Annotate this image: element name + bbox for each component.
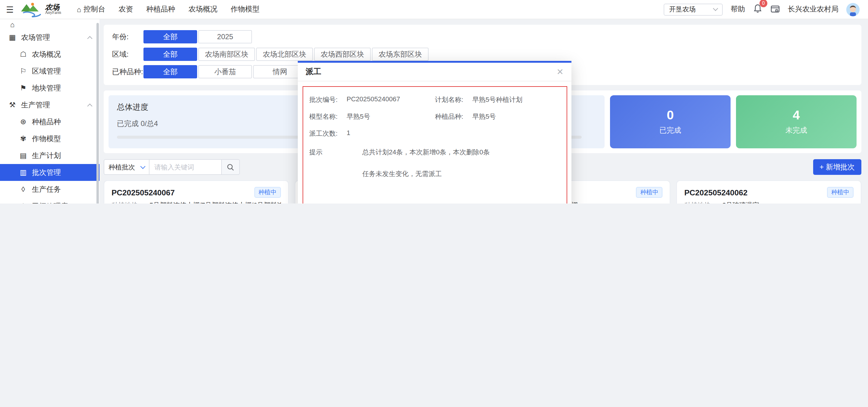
- batch-card-row: 种植地块5号塑料连栋大棚/7号塑料连栋大棚/6号塑料连栋大棚: [112, 201, 281, 204]
- topnav-label: 控制台: [84, 4, 105, 14]
- sidebar-item-clipped-top[interactable]: ⌂: [0, 19, 99, 29]
- plot-management-icon: ⚑: [19, 84, 28, 92]
- sidebar-item-生产任务[interactable]: ◊生产任务: [0, 181, 99, 198]
- crop-model-icon: ✾: [19, 134, 28, 143]
- filter-row-2: 区域:全部农场南部区块农场北部区块农场西部区块农场东部区块: [112, 48, 853, 61]
- planting-variety-icon: ⊛: [19, 118, 28, 126]
- search-category-dropdown[interactable]: 种植批次: [104, 159, 150, 175]
- chevron-up-icon: [87, 36, 93, 41]
- topnav-item-1[interactable]: ⌂控制台: [77, 4, 105, 14]
- notification-bell[interactable]: 0: [753, 3, 763, 15]
- filter-option-农场北部区块[interactable]: 农场北部区块: [256, 48, 313, 61]
- search-button[interactable]: [222, 159, 240, 175]
- sidebar-item-label: 生产任务: [32, 184, 61, 194]
- stat-uncompleted-value: 4: [793, 108, 800, 121]
- logo-en-text: AnyFarm: [45, 11, 61, 15]
- notification-badge: 0: [760, 0, 767, 7]
- sidebar-item-生产计划[interactable]: ▤生产计划: [0, 147, 99, 164]
- hamburger-menu-icon[interactable]: ☰: [6, 4, 13, 14]
- username-text: 长兴农业农村局: [788, 4, 838, 14]
- filter-option-农场东部区块[interactable]: 农场东部区块: [372, 48, 429, 61]
- tip-line-2: 任务未发生变化，无需派工: [362, 169, 490, 179]
- status-badge: 种植中: [254, 187, 281, 198]
- batch-card-header: PC202505240067种植中: [112, 187, 281, 198]
- search-icon: [227, 163, 235, 171]
- region-management-icon: ⚐: [19, 67, 28, 75]
- logo-mountains-icon: [20, 1, 44, 17]
- modal-field-1: 批次编号:PC202505240067: [309, 95, 435, 104]
- filter-option-全部[interactable]: 全部: [144, 30, 197, 43]
- close-icon[interactable]: ✕: [557, 67, 564, 76]
- chevron-up-icon: [87, 103, 93, 108]
- modal-field-2: 计划名称:早熟5号种植计划: [435, 95, 561, 104]
- filter-option-农场西部区块[interactable]: 农场西部区块: [314, 48, 371, 61]
- modal-field-4: 种植品种:早熟5号: [435, 112, 561, 121]
- modal-field-value: 1: [347, 129, 350, 138]
- sidebar-item-label: 批次管理: [32, 167, 61, 178]
- production-task-icon: ◊: [19, 185, 28, 193]
- app-root: ☰ 农场 AnyFarm ⌂控制台农资种植品种农场概况作物模型 开垦农场 帮助: [0, 0, 868, 204]
- batch-row-label: 种植地块: [112, 201, 150, 204]
- workbench-settings-icon[interactable]: [770, 5, 780, 14]
- filter-row-label: 年份:: [112, 32, 144, 42]
- topnav-item-3[interactable]: 种植品种: [146, 4, 175, 14]
- sidebar-item-label: 农场管理: [21, 32, 50, 42]
- topnav-label: 农资: [119, 4, 133, 14]
- dispatch-info-box: 批次编号:PC202505240067计划名称:早熟5号种植计划模型名称:早熟5…: [303, 86, 567, 204]
- batch-management-icon: ▥: [19, 168, 28, 177]
- filter-option-2025[interactable]: 2025: [198, 30, 252, 43]
- sidebar-item-田间管理库[interactable]: ⚙田间管理库: [0, 198, 99, 204]
- topnav-label: 农场概况: [188, 4, 217, 14]
- farm-select-dropdown[interactable]: 开垦农场: [664, 3, 723, 15]
- tip-line-1: 总共计划24条，本次新增0条，本次删除0条: [362, 148, 490, 157]
- user-avatar[interactable]: [846, 3, 860, 16]
- sidebar-item-生产管理[interactable]: ⚒生产管理: [0, 96, 99, 113]
- sidebar-item-农场管理[interactable]: ▦农场管理: [0, 29, 99, 46]
- topnav-item-5[interactable]: 作物模型: [230, 4, 259, 14]
- batch-card-PC202505240062: PC202505240062种植中种植地块2号玻璃温室种植时间2025-02-0…: [677, 180, 862, 204]
- sidebar-scrollbar-thumb[interactable]: [96, 23, 99, 204]
- topbar: ☰ 农场 AnyFarm ⌂控制台农资种植品种农场概况作物模型 开垦农场 帮助: [0, 0, 868, 19]
- home-icon: ⌂: [77, 5, 82, 13]
- modal-header: 派工 ✕: [298, 63, 571, 82]
- filter-option-全部[interactable]: 全部: [144, 65, 197, 79]
- filter-options: 全部2025: [144, 30, 252, 43]
- filter-row-label: 已种品种:: [112, 67, 144, 77]
- production-plan-icon: ▤: [19, 151, 28, 160]
- search-input[interactable]: [150, 159, 222, 175]
- stat-uncompleted-label: 未完成: [785, 125, 807, 135]
- help-link[interactable]: 帮助: [731, 4, 745, 14]
- sidebar-item-种植品种[interactable]: ⊛种植品种: [0, 113, 99, 130]
- stat-completed-value: 0: [667, 108, 674, 121]
- stat-card-uncompleted: 4 未完成: [736, 95, 857, 148]
- topnav-item-2[interactable]: 农资: [119, 4, 133, 14]
- chevron-down-icon: [141, 164, 146, 169]
- status-badge: 种植中: [827, 187, 854, 198]
- topnav-label: 种植品种: [146, 4, 175, 14]
- modal-field-label: 派工次数:: [309, 129, 347, 138]
- modal-field-value: PC202505240067: [347, 95, 400, 104]
- sidebar-item-地块管理[interactable]: ⚑地块管理: [0, 80, 99, 96]
- sidebar-item-农场概况[interactable]: ☖农场概况: [0, 46, 99, 63]
- add-batch-button[interactable]: + 新增批次: [813, 159, 861, 175]
- farm-overview-icon: ☖: [19, 50, 28, 59]
- modal-field-label: 计划名称:: [435, 95, 472, 104]
- sidebar-item-label: 地块管理: [32, 83, 61, 93]
- topnav-item-4[interactable]: 农场概况: [188, 4, 217, 14]
- stat-card-completed: 0 已完成: [610, 95, 731, 148]
- filter-option-全部[interactable]: 全部: [144, 48, 197, 61]
- farm-management-icon: ▦: [8, 33, 17, 41]
- sidebar-item-区域管理[interactable]: ⚐区域管理: [0, 63, 99, 80]
- sidebar-item-label: 作物模型: [32, 133, 61, 144]
- batch-card-row: 种植地块2号玻璃温室: [684, 201, 854, 204]
- filter-option-小番茄[interactable]: 小番茄: [198, 65, 252, 79]
- filter-row-label: 区域:: [112, 49, 144, 59]
- modal-field-value: 早熟5号种植计划: [472, 95, 522, 104]
- filter-options: 全部小番茄情网: [144, 65, 307, 79]
- modal-field-value: 早熟5号: [347, 112, 370, 121]
- search-category-value: 种植批次: [108, 162, 135, 171]
- farm-select-value: 开垦农场: [669, 5, 695, 14]
- sidebar-item-作物模型[interactable]: ✾作物模型: [0, 130, 99, 147]
- filter-option-农场南部区块[interactable]: 农场南部区块: [198, 48, 255, 61]
- sidebar-item-批次管理[interactable]: ▥批次管理: [0, 164, 99, 181]
